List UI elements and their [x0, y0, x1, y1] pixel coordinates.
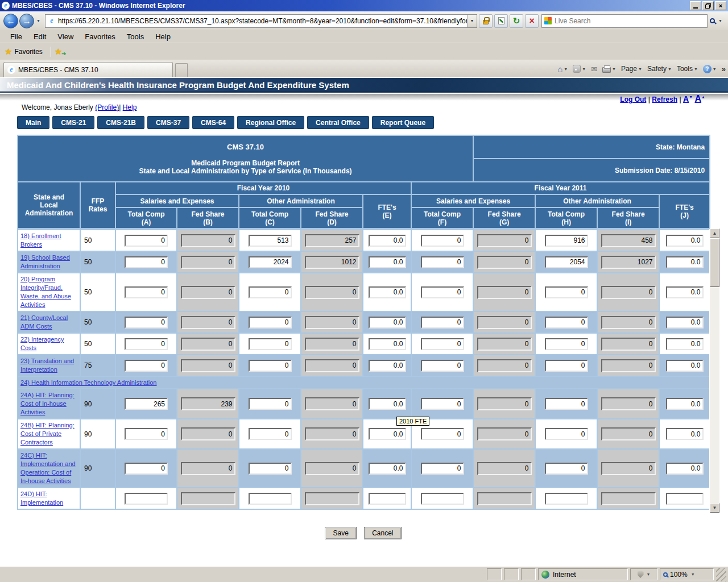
menu-item-file[interactable]: File — [5, 31, 28, 42]
cell-input-23-j[interactable] — [666, 360, 704, 372]
back-button[interactable]: ← — [3, 14, 18, 28]
url-dropdown-button[interactable]: ▼ — [467, 15, 477, 27]
cell-input-24D-h[interactable] — [545, 493, 588, 505]
vertical-scrollbar[interactable]: ▲ ▼ — [710, 228, 719, 513]
cell-input-19-a[interactable] — [125, 256, 168, 268]
cell-input-23-c[interactable] — [249, 360, 292, 372]
row-label-link[interactable]: 18) Enrollment Brokers — [20, 232, 61, 248]
print-button[interactable]: ▼ — [602, 65, 616, 73]
row-label-link[interactable]: 19) School Based Administration — [20, 254, 70, 269]
cell-input-22-e[interactable] — [369, 338, 406, 350]
cell-input-20-h[interactable] — [545, 286, 588, 298]
cell-input-24A-f[interactable] — [421, 398, 464, 410]
cell-input-22-h[interactable] — [545, 338, 588, 350]
cell-input-19-e[interactable] — [369, 256, 406, 268]
cell-input-20-j[interactable] — [666, 286, 704, 298]
cell-input-21-h[interactable] — [545, 317, 588, 329]
scrollbar-thumb[interactable] — [710, 238, 719, 287]
cell-input-23-e[interactable] — [369, 360, 406, 372]
cell-input-19-j[interactable] — [666, 256, 704, 268]
cell-input-24D-c[interactable] — [249, 493, 292, 505]
cell-input-22-a[interactable] — [125, 338, 168, 350]
cell-input-21-f[interactable] — [421, 317, 464, 329]
restore-button[interactable] — [702, 1, 714, 10]
cell-input-24D-j[interactable] — [666, 493, 704, 505]
protected-mode-panel[interactable]: ▼ — [630, 568, 657, 580]
menu-item-edit[interactable]: Edit — [28, 31, 52, 42]
home-button[interactable]: ⌂▼ — [557, 64, 568, 74]
search-input[interactable] — [555, 17, 706, 25]
cell-input-18-c[interactable] — [249, 235, 292, 247]
cell-input-23-h[interactable] — [545, 360, 588, 372]
row-label-link[interactable]: 23) Translation and Interpretation — [20, 357, 74, 373]
page-menu-button[interactable]: Page▼ — [621, 65, 642, 73]
cell-input-20-f[interactable] — [421, 286, 464, 298]
cell-input-24B-f[interactable] — [421, 428, 464, 440]
cell-input-24D-a[interactable] — [125, 493, 168, 505]
nav-tab-central-office[interactable]: Central Office — [307, 116, 369, 129]
cell-input-20-e[interactable] — [369, 286, 406, 298]
close-button[interactable]: × — [715, 1, 726, 10]
cell-input-22-c[interactable] — [249, 338, 292, 350]
cell-input-24A-e[interactable] — [369, 398, 406, 410]
log-out-link[interactable]: Log Out — [620, 95, 646, 103]
nav-tab-main[interactable]: Main — [17, 116, 49, 129]
search-go-button[interactable]: ▼ — [708, 15, 725, 27]
cell-input-24A-c[interactable] — [249, 398, 292, 410]
cell-input-24B-h[interactable] — [545, 428, 588, 440]
cell-input-24B-j[interactable] — [666, 428, 704, 440]
profile-link[interactable]: (Profile) — [95, 103, 119, 111]
nav-tab-cms64[interactable]: CMS-64 — [192, 116, 234, 129]
row-label-link[interactable]: 22) Interagency Costs — [20, 336, 64, 351]
cell-input-19-c[interactable] — [249, 256, 292, 268]
cell-input-22-j[interactable] — [666, 338, 704, 350]
nav-tab-report-queue[interactable]: Report Queue — [372, 116, 434, 129]
cell-input-21-e[interactable] — [369, 317, 406, 329]
refresh-link[interactable]: Refresh — [652, 95, 677, 103]
cell-input-21-a[interactable] — [125, 317, 168, 329]
cell-input-24C-h[interactable] — [545, 463, 588, 475]
cell-input-21-j[interactable] — [666, 317, 704, 329]
menu-item-tools[interactable]: Tools — [121, 31, 150, 42]
font-decrease-button[interactable]: A▼ — [683, 94, 693, 103]
cell-input-23-a[interactable] — [125, 360, 168, 372]
row-label-link[interactable]: 21) County/Local ADM Costs — [20, 314, 68, 330]
nav-tab-cms21[interactable]: CMS-21 — [52, 116, 94, 129]
compatibility-view-button[interactable] — [494, 14, 508, 28]
scroll-down-button[interactable]: ▼ — [710, 503, 719, 513]
nav-tab-cms21b[interactable]: CMS-21B — [97, 116, 144, 129]
stop-button[interactable]: × — [525, 14, 539, 28]
scroll-up-button[interactable]: ▲ — [710, 228, 719, 238]
url-input[interactable] — [58, 17, 467, 25]
menu-item-favorites[interactable]: Favorites — [79, 31, 121, 42]
refresh-button[interactable]: ↻ — [510, 14, 523, 28]
forward-button[interactable]: → — [19, 14, 34, 28]
menu-item-help[interactable]: Help — [150, 31, 176, 42]
cell-input-24A-h[interactable] — [545, 398, 588, 410]
cell-input-24D-e[interactable] — [369, 493, 406, 505]
cell-input-24C-f[interactable] — [421, 463, 464, 475]
nav-tab-cms37[interactable]: CMS-37 — [147, 116, 189, 129]
cell-input-19-h[interactable] — [545, 256, 588, 268]
cell-input-18-f[interactable] — [421, 235, 464, 247]
safety-menu-button[interactable]: Safety▼ — [647, 65, 672, 73]
cell-input-18-j[interactable] — [666, 235, 704, 247]
cell-input-20-c[interactable] — [249, 286, 292, 298]
cell-input-20-a[interactable] — [125, 286, 168, 298]
row-label-link[interactable]: 24A) HIT: Planning: Cost of In-house Act… — [20, 392, 75, 415]
help-link[interactable]: Help — [123, 103, 137, 111]
add-to-favorites-button[interactable]: ★ ➔ — [55, 47, 62, 57]
cell-input-24C-e[interactable] — [369, 463, 406, 475]
cell-input-23-f[interactable] — [421, 360, 464, 372]
row-label-link[interactable]: 24) Health Information Technology Admini… — [20, 379, 157, 386]
security-lock-button[interactable] — [479, 14, 493, 28]
row-label-link[interactable]: 20) Program Integrity/Fraud, Waste, and … — [20, 276, 71, 308]
cell-input-22-f[interactable] — [421, 338, 464, 350]
cell-input-24D-f[interactable] — [421, 493, 464, 505]
cancel-button[interactable]: Cancel — [364, 527, 401, 539]
cell-input-21-c[interactable] — [249, 317, 292, 329]
cell-input-18-e[interactable] — [369, 235, 406, 247]
row-label-link[interactable]: 24C) HIT: Implementation and Operation: … — [20, 452, 76, 484]
row-label-link[interactable]: 24D) HIT: Implementation — [20, 490, 63, 506]
font-increase-button[interactable]: A▲ — [695, 94, 706, 103]
